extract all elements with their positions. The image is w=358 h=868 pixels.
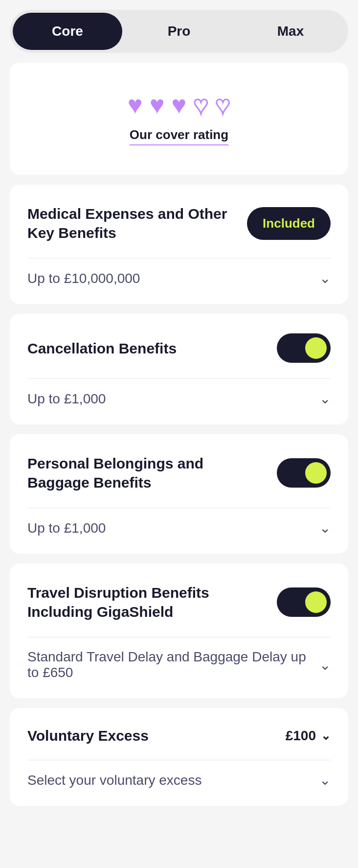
- benefit-header-medical: Medical Expenses and Other Key Benefits …: [27, 204, 331, 242]
- toggle-knob-belongings: [305, 462, 327, 484]
- toggle-container-belongings: [277, 458, 331, 488]
- voluntary-header: Voluntary Excess £100 ⌄: [27, 727, 331, 744]
- tab-max[interactable]: Max: [236, 13, 345, 50]
- benefit-card-disruption: Travel Disruption Benefits Including Gig…: [10, 563, 348, 698]
- benefit-header-disruption: Travel Disruption Benefits Including Gig…: [27, 583, 331, 621]
- chevron-down-cancellation[interactable]: ⌄: [319, 391, 331, 407]
- tab-pro[interactable]: Pro: [124, 13, 234, 50]
- benefit-card-medical: Medical Expenses and Other Key Benefits …: [10, 185, 348, 304]
- tab-bar: Core Pro Max: [10, 10, 348, 53]
- hearts-row: ♥ ♥ ♥ ♥ ♥: [128, 92, 230, 117]
- rating-section: ♥ ♥ ♥ ♥ ♥ Our cover rating: [10, 63, 348, 175]
- benefit-title-belongings: Personal Belongings and Baggage Benefits: [27, 454, 277, 492]
- heart-4: ♥: [193, 92, 208, 117]
- chevron-down-voluntary[interactable]: ⌄: [319, 772, 331, 788]
- benefit-header-belongings: Personal Belongings and Baggage Benefits: [27, 454, 331, 492]
- phone-container: Core Pro Max ♥ ♥ ♥ ♥ ♥ Our cover rating …: [0, 0, 358, 868]
- tab-core[interactable]: Core: [13, 13, 122, 50]
- benefit-amount-cancellation: Up to £1,000: [27, 391, 106, 407]
- benefit-title-disruption: Travel Disruption Benefits Including Gig…: [27, 583, 277, 621]
- voluntary-chevron-icon: ⌄: [321, 729, 331, 743]
- heart-3: ♥: [172, 92, 187, 117]
- toggle-container-cancellation: [277, 333, 331, 363]
- heart-5: ♥: [215, 92, 230, 117]
- benefit-amount-medical: Up to £10,000,000: [27, 271, 140, 286]
- voluntary-amount: £100: [286, 728, 316, 744]
- benefit-amount-row-medical: Up to £10,000,000 ⌄: [27, 258, 331, 286]
- benefit-card-cancellation: Cancellation Benefits Up to £1,000 ⌄: [10, 314, 348, 424]
- chevron-down-disruption[interactable]: ⌄: [319, 657, 331, 673]
- benefit-title-medical: Medical Expenses and Other Key Benefits: [27, 204, 247, 242]
- benefit-amount-row-cancellation: Up to £1,000 ⌄: [27, 378, 331, 407]
- cover-rating-label: Our cover rating: [130, 127, 228, 145]
- voluntary-select-text: Select your voluntary excess: [27, 773, 201, 788]
- benefit-amount-row-disruption: Standard Travel Delay and Baggage Delay …: [27, 637, 331, 680]
- voluntary-card: Voluntary Excess £100 ⌄ Select your volu…: [10, 708, 348, 806]
- benefit-header-cancellation: Cancellation Benefits: [27, 333, 331, 363]
- heart-1: ♥: [128, 92, 143, 117]
- benefit-title-cancellation: Cancellation Benefits: [27, 339, 277, 358]
- toggle-belongings[interactable]: [277, 458, 331, 488]
- chevron-down-medical[interactable]: ⌄: [319, 270, 331, 286]
- benefit-amount-disruption: Standard Travel Delay and Baggage Delay …: [27, 649, 319, 680]
- toggle-knob-cancellation: [305, 337, 327, 359]
- heart-2: ♥: [150, 92, 165, 117]
- chevron-down-belongings[interactable]: ⌄: [319, 520, 331, 536]
- toggle-disruption[interactable]: [277, 587, 331, 617]
- voluntary-title: Voluntary Excess: [27, 727, 149, 744]
- included-badge: Included: [247, 207, 331, 240]
- toggle-knob-disruption: [305, 591, 327, 613]
- toggle-cancellation[interactable]: [277, 333, 331, 363]
- benefit-amount-row-belongings: Up to £1,000 ⌄: [27, 508, 331, 536]
- benefit-amount-belongings: Up to £1,000: [27, 520, 106, 536]
- voluntary-amount-row: Select your voluntary excess ⌄: [27, 760, 331, 788]
- voluntary-value-dropdown[interactable]: £100 ⌄: [286, 728, 331, 744]
- toggle-container-disruption: [277, 587, 331, 617]
- benefit-card-belongings: Personal Belongings and Baggage Benefits…: [10, 434, 348, 554]
